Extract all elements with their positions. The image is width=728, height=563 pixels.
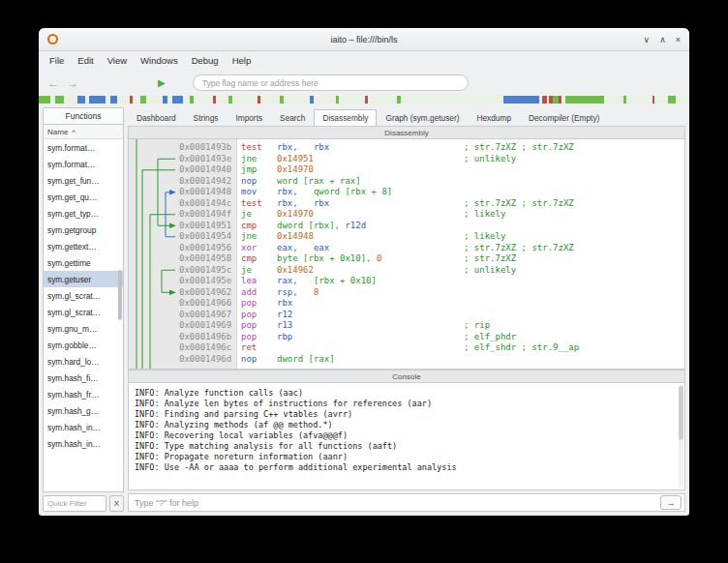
menu-item-file[interactable]: File bbox=[43, 53, 71, 68]
menu-item-edit[interactable]: Edit bbox=[71, 53, 100, 68]
functions-tab[interactable]: Functions bbox=[43, 107, 124, 124]
disassembly-view[interactable]: 0x0001493btestrbx, rbx; str.7zXZ ; str.7… bbox=[128, 139, 685, 370]
disasm-line[interactable]: 0x00014940jmp0x14970 bbox=[129, 164, 684, 176]
operand: r13 bbox=[277, 320, 292, 330]
instruction-address: 0x0001496c bbox=[179, 342, 231, 354]
instruction-operands: rbp bbox=[277, 332, 292, 343]
instruction-operands: rbx, qword [rbx + 8] bbox=[277, 187, 392, 198]
menu-item-view[interactable]: View bbox=[101, 53, 134, 68]
memory-map-bar[interactable] bbox=[39, 96, 689, 104]
disasm-line[interactable]: 0x00014967popr12 bbox=[129, 310, 684, 321]
instruction-operands: 0x14970 bbox=[277, 209, 314, 221]
operand: dword [rax] bbox=[277, 354, 335, 364]
function-list-item[interactable]: sym.get_typ… bbox=[44, 205, 123, 222]
function-list-item[interactable]: sym.get_fun… bbox=[44, 172, 123, 189]
operand: rbx bbox=[277, 298, 292, 308]
function-list-item[interactable]: sym.hash_g… bbox=[44, 402, 123, 419]
disasm-line[interactable]: 0x0001494ctestrbx, rbx; str.7zXZ ; str.7… bbox=[129, 198, 684, 210]
disasm-line[interactable]: 0x0001494fje0x14970; likely bbox=[129, 209, 684, 221]
disasm-line[interactable]: 0x00014951cmpdword [rbx], r12d bbox=[129, 221, 684, 232]
function-list-item[interactable]: sym.getgroup bbox=[44, 222, 123, 238]
instruction-operands: 0x14951 bbox=[277, 154, 314, 165]
menu-item-help[interactable]: Help bbox=[226, 53, 258, 68]
operand: eax, bbox=[277, 243, 314, 252]
tab-strings[interactable]: Strings bbox=[185, 109, 228, 126]
tab-search[interactable]: Search bbox=[271, 109, 314, 126]
function-list-item[interactable]: sym.getuser bbox=[44, 271, 123, 287]
memory-segment bbox=[434, 96, 503, 104]
function-list-item[interactable]: sym.get_qu… bbox=[44, 189, 123, 205]
functions-column-header[interactable]: Name ^ bbox=[44, 125, 123, 139]
menu-item-windows[interactable]: Windows bbox=[134, 53, 185, 68]
console-output[interactable]: INFO: Analyze function calls (aac)INFO: … bbox=[128, 383, 685, 490]
instruction-operands: rsp, 8 bbox=[277, 287, 318, 299]
function-list-item[interactable]: sym.gettext… bbox=[44, 238, 123, 254]
disasm-line[interactable]: 0x0001493btestrbx, rbx; str.7zXZ ; str.7… bbox=[129, 142, 684, 154]
function-list-item[interactable]: sym.hash_fi… bbox=[44, 370, 123, 386]
disasm-line[interactable]: 0x00014942nopword [rax + rax] bbox=[129, 176, 684, 188]
disasm-line[interactable]: 0x00014962addrsp, 8 bbox=[129, 287, 684, 299]
functions-scrollbar[interactable] bbox=[118, 270, 122, 320]
tab-imports[interactable]: Imports bbox=[227, 109, 271, 126]
flag-address-input[interactable] bbox=[193, 74, 469, 91]
disasm-line[interactable]: 0x0001496cret; elf_shdr ; str.9__ap bbox=[129, 342, 684, 354]
operand: word [rax + rax] bbox=[277, 176, 361, 186]
disasm-line[interactable]: 0x00014969popr13; rip bbox=[129, 320, 684, 332]
function-list-item[interactable]: sym.gl_scrat… bbox=[44, 287, 123, 304]
operand: rbx, bbox=[277, 142, 314, 152]
function-list-item[interactable]: sym.gnu_m… bbox=[44, 320, 123, 337]
function-list-item[interactable]: sym.format… bbox=[44, 156, 123, 172]
console-send-button[interactable]: → bbox=[660, 495, 682, 510]
titlebar[interactable]: iaito – file:///bin/ls ∨ ∧ × bbox=[39, 28, 689, 51]
disasm-line[interactable]: 0x00014958cmpbyte [rbx + 0x10], 0; str.7… bbox=[129, 253, 684, 265]
tab-hexdump[interactable]: Hexdump bbox=[469, 109, 521, 126]
instruction-operands: eax, eax bbox=[277, 243, 329, 254]
tab-dashboard[interactable]: Dashboard bbox=[128, 109, 185, 126]
instruction-operands: dword [rax] bbox=[277, 354, 335, 366]
disasm-line[interactable]: 0x00014948movrbx, qword [rbx + 8] bbox=[129, 187, 684, 198]
disasm-line[interactable]: 0x00014966poprbx bbox=[129, 298, 684, 310]
main-panel: DashboardStringsImportsSearchDisassembly… bbox=[128, 107, 685, 512]
function-list-item[interactable]: sym.hash_fr… bbox=[44, 386, 123, 402]
instruction-operands: 0x14948 bbox=[277, 231, 314, 243]
minimize-icon[interactable]: ∨ bbox=[644, 35, 651, 44]
tab-graph-sym-getuser[interactable]: Graph (sym.getuser) bbox=[377, 109, 468, 126]
disasm-line[interactable]: 0x0001496dnopdword [rax] bbox=[129, 354, 684, 366]
close-icon[interactable]: × bbox=[676, 35, 681, 44]
disasm-line[interactable]: 0x0001495elearax, [rbx + 0x10] bbox=[129, 276, 684, 287]
tab-disassembly[interactable]: Disassembly bbox=[314, 109, 377, 126]
memory-segment bbox=[89, 96, 105, 104]
instruction-address: 0x00014940 bbox=[179, 164, 231, 176]
console-scrollbar-thumb[interactable] bbox=[679, 386, 683, 440]
play-icon[interactable]: ▶ bbox=[158, 78, 166, 88]
back-icon[interactable]: ← bbox=[47, 77, 59, 89]
function-list-item[interactable]: sym.hash_in… bbox=[44, 419, 123, 435]
instruction-mnemonic: test bbox=[241, 198, 262, 210]
tab-decompiler-empty[interactable]: Decompiler (Empty) bbox=[520, 109, 608, 126]
function-list-item[interactable]: sym.gobble… bbox=[44, 337, 123, 353]
disasm-line[interactable]: 0x00014954jne0x14948; likely bbox=[129, 231, 684, 243]
disasm-line[interactable]: 0x00014956xoreax, eax; str.7zXZ ; str.7z… bbox=[129, 243, 684, 254]
maximize-icon[interactable]: ∧ bbox=[659, 35, 666, 44]
function-list-item[interactable]: sym.hash_in… bbox=[44, 435, 123, 452]
instruction-mnemonic: cmp bbox=[241, 253, 257, 265]
function-list-item[interactable]: sym.gl_scrat… bbox=[44, 304, 123, 320]
function-list-item[interactable]: sym.hard_lo… bbox=[44, 353, 123, 370]
disasm-line[interactable]: 0x0001495cje0x14962; unlikely bbox=[129, 265, 684, 277]
quick-filter-input[interactable] bbox=[43, 495, 106, 512]
memory-segment bbox=[314, 96, 337, 104]
function-list-item[interactable]: sym.gettime bbox=[44, 254, 123, 271]
instruction-mnemonic: je bbox=[241, 209, 252, 221]
disassembly-dock-header[interactable]: Disassembly bbox=[128, 126, 685, 139]
console-dock-header[interactable]: Console bbox=[128, 370, 685, 383]
disasm-line[interactable]: 0x0001493ejne0x14951; unlikely bbox=[129, 154, 684, 165]
memory-segment bbox=[626, 96, 652, 104]
menu-item-debug[interactable]: Debug bbox=[185, 53, 226, 68]
forward-icon[interactable]: → bbox=[67, 77, 78, 89]
disasm-line[interactable]: 0x0001496bpoprbp; elf_phdr bbox=[129, 332, 684, 343]
operand: rbx, bbox=[277, 187, 314, 196]
console-command-input[interactable] bbox=[135, 498, 656, 508]
window-controls: ∨ ∧ × bbox=[644, 35, 681, 44]
clear-filter-button[interactable]: X bbox=[109, 495, 124, 512]
function-list-item[interactable]: sym.format… bbox=[44, 139, 123, 156]
